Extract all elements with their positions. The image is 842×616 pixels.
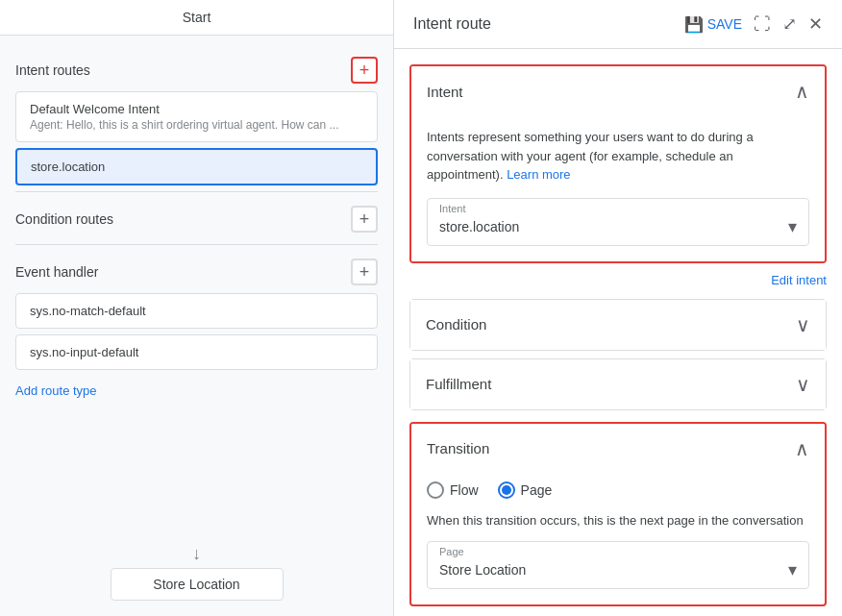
add-event-handler-button[interactable]: + <box>351 259 378 285</box>
resize-button[interactable]: ⤢ <box>782 13 797 35</box>
event-handler-title: Event handler <box>15 264 98 280</box>
condition-routes-header: Condition routes + <box>15 196 378 240</box>
intent-dropdown[interactable]: store.location ▾ <box>439 216 797 237</box>
connector: ↓ <box>192 544 201 564</box>
page-field[interactable]: Page Store Location ▾ <box>427 541 809 589</box>
condition-section: Condition ∨ <box>409 299 827 351</box>
intent-field-label: Intent <box>439 203 797 214</box>
page-radio-option[interactable]: Page <box>498 481 553 499</box>
intent-description: Intents represent something your users w… <box>427 128 809 185</box>
left-header: Start <box>0 0 393 36</box>
right-panel-title: Intent route <box>413 15 491 33</box>
right-panel-header: Intent route 💾 SAVE ⛶ ⤢ ✕ <box>394 0 842 49</box>
page-dropdown[interactable]: Store Location ▾ <box>439 559 797 580</box>
intent-routes-title: Intent routes <box>15 62 90 78</box>
intent-section-title: Intent <box>427 84 463 100</box>
list-item[interactable]: sys.no-input-default <box>15 334 378 370</box>
list-item[interactable]: sys.no-match-default <box>15 293 378 329</box>
add-route-type-link[interactable]: Add route type <box>15 376 97 402</box>
transition-radio-group: Flow Page <box>411 474 825 508</box>
list-item[interactable]: Default Welcome Intent Agent: Hello, thi… <box>15 91 378 142</box>
intent-section: Intent ∧ Intents represent something you… <box>409 64 827 263</box>
flow-radio-button[interactable] <box>427 481 444 499</box>
intent-section-body: Intents represent something your users w… <box>411 116 825 261</box>
intent-field[interactable]: Intent store.location ▾ <box>427 198 809 246</box>
route-name: store.location <box>31 160 362 174</box>
right-panel: Intent route 💾 SAVE ⛶ ⤢ ✕ Intent ∧ <box>394 0 842 616</box>
route-description: Agent: Hello, this is a shirt ordering v… <box>30 118 363 132</box>
left-panel: Start Intent routes + Default Welcome In… <box>0 0 394 616</box>
chevron-down-icon: ∨ <box>796 373 810 396</box>
fulfillment-section-header[interactable]: Fulfillment ∨ <box>410 359 826 409</box>
close-icon: ✕ <box>808 13 823 35</box>
edit-intent-link[interactable]: Edit intent <box>394 263 842 291</box>
condition-routes-title: Condition routes <box>15 211 113 227</box>
collapse-icon: ∧ <box>795 437 809 460</box>
store-location-node[interactable]: Store Location <box>111 568 284 601</box>
add-condition-route-button[interactable]: + <box>351 206 378 233</box>
event-handler-header: Event handler + <box>15 249 378 293</box>
flow-radio-option[interactable]: Flow <box>427 481 479 499</box>
start-label: Start <box>183 10 211 25</box>
save-icon: 💾 <box>684 15 704 34</box>
expand-icon: ⛶ <box>754 14 771 35</box>
expand-button[interactable]: ⛶ <box>754 14 771 35</box>
chevron-down-icon: ∨ <box>796 313 810 336</box>
event-name: sys.no-match-default <box>30 304 363 318</box>
page-radio-button[interactable] <box>498 481 515 499</box>
fulfillment-section: Fulfillment ∨ <box>409 358 827 410</box>
save-button[interactable]: 💾 SAVE <box>684 15 742 34</box>
chevron-down-icon: ▾ <box>788 559 797 580</box>
add-intent-route-button[interactable]: + <box>351 57 378 84</box>
divider <box>15 244 378 245</box>
page-radio-label: Page <box>521 482 553 498</box>
page-field-label: Page <box>439 546 797 557</box>
transition-section-header[interactable]: Transition ∧ <box>411 424 825 474</box>
condition-section-title: Condition <box>426 316 486 333</box>
intent-section-header[interactable]: Intent ∧ <box>411 66 825 116</box>
left-content: Intent routes + Default Welcome Intent A… <box>0 36 393 534</box>
header-actions: 💾 SAVE ⛶ ⤢ ✕ <box>684 13 823 35</box>
transition-section-title: Transition <box>427 440 489 456</box>
condition-section-header[interactable]: Condition ∨ <box>410 300 826 350</box>
route-name: Default Welcome Intent <box>30 102 363 116</box>
divider <box>15 191 378 192</box>
page-field-value: Store Location <box>439 560 526 579</box>
intent-field-value: store.location <box>439 217 519 236</box>
left-bottom: ↓ Store Location <box>0 534 393 616</box>
close-button[interactable]: ✕ <box>808 13 823 35</box>
arrow-down-icon: ↓ <box>192 544 201 564</box>
collapse-icon: ∧ <box>795 80 809 103</box>
flow-radio-label: Flow <box>450 482 479 498</box>
transition-section: Transition ∧ Flow Page When this transit… <box>409 422 827 606</box>
transition-description: When this transition occurs, this is the… <box>411 508 825 541</box>
intent-routes-header: Intent routes + <box>15 47 378 91</box>
save-label: SAVE <box>707 16 742 32</box>
fulfillment-section-title: Fulfillment <box>426 376 491 392</box>
resize-icon: ⤢ <box>782 13 797 35</box>
event-name: sys.no-input-default <box>30 345 363 359</box>
list-item[interactable]: store.location <box>15 148 378 185</box>
chevron-down-icon: ▾ <box>788 216 797 237</box>
learn-more-link[interactable]: Learn more <box>507 167 570 182</box>
right-content: Intent ∧ Intents represent something you… <box>394 49 842 616</box>
